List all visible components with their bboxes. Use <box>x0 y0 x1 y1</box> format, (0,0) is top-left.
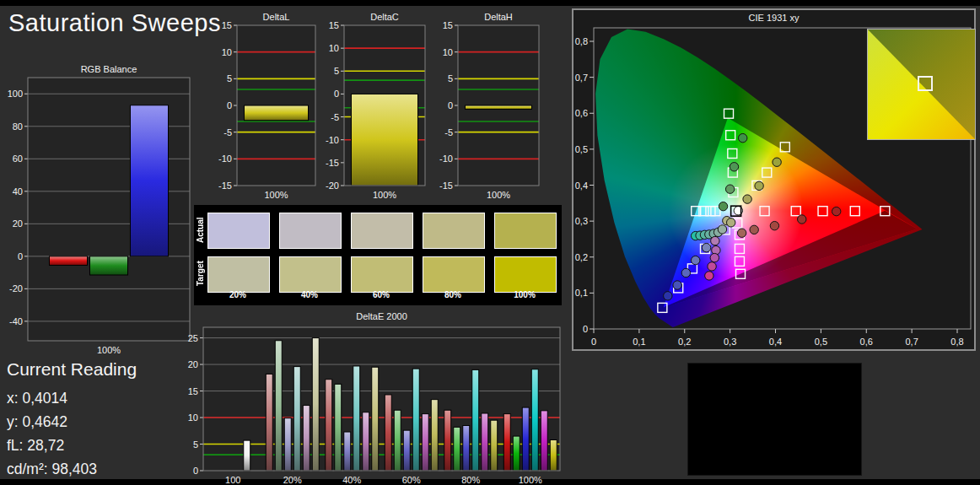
chart-canvas: 051015202510020%40%60%80%100% <box>173 322 563 484</box>
bar <box>293 367 300 471</box>
cie-x-tick: 0,6 <box>860 337 873 347</box>
svg-text:0: 0 <box>227 100 232 110</box>
svg-text:0: 0 <box>334 89 339 99</box>
measurement-point <box>719 202 727 210</box>
svg-text:0: 0 <box>448 100 453 110</box>
measurement-point <box>702 243 710 251</box>
current-reading-block: Current Reading x: 0,4014y: 0,4642fL: 28… <box>7 359 197 481</box>
cie-x-tick: 0,4 <box>769 337 782 347</box>
bar <box>491 420 498 471</box>
swatch-target-100% <box>494 256 557 293</box>
reading-x: x: 0,4014 <box>7 386 197 410</box>
svg-text:100%: 100% <box>487 190 510 200</box>
bar <box>244 440 250 471</box>
inset-target-square <box>918 76 933 91</box>
actual-target-swatch-table: ActualTarget20%40%60%80%100% <box>194 205 562 305</box>
delta-e-title: DeltaE 2000 <box>203 311 560 321</box>
measurement-point <box>727 218 735 227</box>
cie-y-tick: 0,4 <box>575 181 588 191</box>
delta-c-title: DeltaC <box>344 12 425 22</box>
bar <box>284 418 291 471</box>
cie-y-tick: 0,1 <box>575 288 588 298</box>
bar <box>503 414 510 471</box>
svg-text:40%: 40% <box>342 475 361 484</box>
swatch-actual-20% <box>207 213 270 249</box>
cie-chart-panel[interactable]: CIE 1931 xy 00,10,20,30,40,50,60,70,800,… <box>572 8 976 351</box>
measurement-point <box>755 181 763 190</box>
target-square <box>762 168 772 177</box>
bar <box>353 366 360 471</box>
delta-e-chart[interactable]: 051015202510020%40%60%80%100% <box>173 322 563 484</box>
cie-x-tick: 0,1 <box>633 337 645 347</box>
measurement-point <box>725 185 734 193</box>
measurement-point <box>718 225 726 234</box>
reading-fL: fL: 28,72 <box>7 434 197 457</box>
bar <box>303 406 310 471</box>
target-square <box>728 148 737 158</box>
top-edge-bar <box>0 0 980 6</box>
cie-y-tick: 0,2 <box>575 252 588 262</box>
svg-text:0: 0 <box>18 251 23 261</box>
measurement-point <box>705 272 713 280</box>
svg-text:-20: -20 <box>9 283 23 294</box>
bar <box>541 411 547 471</box>
measurement-point <box>798 215 806 224</box>
target-square <box>724 109 734 118</box>
cie-x-tick: 0 <box>591 337 596 347</box>
measurement-point <box>673 281 681 289</box>
delta-h-chart[interactable]: -15-10-5051015100% <box>430 22 541 201</box>
measurement-point <box>743 195 751 203</box>
svg-text:80%: 80% <box>461 475 480 484</box>
rgb-balance-chart[interactable]: -40-20020406080100100% <box>0 74 194 356</box>
svg-text:5: 5 <box>227 73 232 84</box>
delta-h-title: DeltaH <box>458 12 539 22</box>
svg-text:100%: 100% <box>519 475 542 484</box>
bar <box>463 425 470 471</box>
page-root: Saturation Sweeps RGB Balance -40-200204… <box>0 0 980 485</box>
target-square <box>791 207 800 216</box>
swatch-col-label: 100% <box>494 290 555 299</box>
svg-text:-15: -15 <box>439 181 453 191</box>
bar <box>275 341 282 471</box>
target-square <box>658 303 667 312</box>
swatch-actual-60% <box>351 213 413 249</box>
delta-c-chart[interactable]: -20-15-10-5051015100% <box>316 22 427 201</box>
svg-text:10: 10 <box>329 43 339 53</box>
swatch-actual-100% <box>494 213 557 249</box>
svg-text:80: 80 <box>13 121 23 132</box>
bar <box>312 338 319 471</box>
target-square <box>735 256 744 266</box>
bar <box>482 413 488 471</box>
chart-canvas: -15-10-5051015100% <box>209 22 317 201</box>
cie-y-tick: 0,7 <box>575 73 588 83</box>
measurement-point <box>691 256 699 264</box>
bar <box>326 380 332 471</box>
measurement-point <box>708 262 716 271</box>
measurement-point <box>750 225 758 234</box>
swatch-actual-80% <box>423 213 485 249</box>
bar <box>131 105 169 256</box>
delta-l-title: DeltaL <box>237 12 315 22</box>
svg-text:25: 25 <box>188 333 198 343</box>
svg-text:-5: -5 <box>223 127 232 137</box>
bar <box>335 384 342 471</box>
svg-text:20%: 20% <box>283 475 302 484</box>
target-square <box>760 207 769 216</box>
delta-l-chart[interactable]: -15-10-5051015100% <box>209 22 317 201</box>
swatch-target-40% <box>279 256 342 293</box>
bar <box>531 369 538 471</box>
bar <box>50 256 88 266</box>
swatch-col-label: 80% <box>423 290 483 299</box>
chart-canvas: -40-20020406080100100% <box>0 74 194 356</box>
measurement-point <box>664 292 672 300</box>
svg-text:60%: 60% <box>402 475 421 484</box>
current-reading-lines: x: 0,4014y: 0,4642fL: 28,72cd/m²: 98,403 <box>7 386 197 481</box>
svg-text:20: 20 <box>13 218 23 229</box>
bar <box>472 369 479 471</box>
bar <box>90 256 128 275</box>
target-square <box>735 244 744 253</box>
svg-text:-10: -10 <box>439 154 453 164</box>
measurement-point <box>730 163 738 171</box>
out-of-ref-gamut-shade <box>662 211 917 308</box>
svg-text:-5: -5 <box>444 127 453 137</box>
